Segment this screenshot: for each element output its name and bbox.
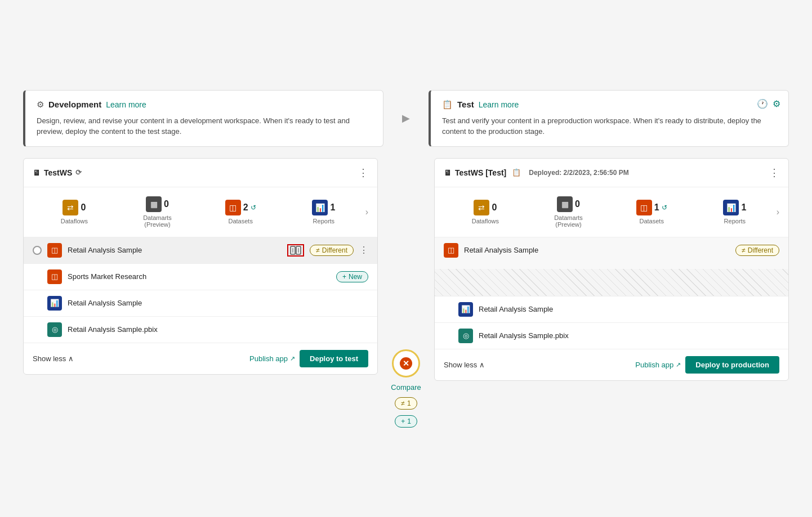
item-icon-pbix-right-1: ◎ xyxy=(458,329,473,343)
right-workspace-card: 🖥 TestWS [Test] 📋 Deployed: 2/2/2023, 2:… xyxy=(434,158,789,381)
right-item-name-3: Retail Analysis Sample.pbix xyxy=(479,331,779,340)
left-item-row-2[interactable]: ◫ Sports Market Research + New xyxy=(24,264,377,290)
dashed-overlay xyxy=(435,269,788,296)
right-show-less-button[interactable]: Show less ∧ xyxy=(444,361,485,369)
left-item-row-4[interactable]: ◎ Retail Analysis Sample.pbix xyxy=(24,317,377,343)
left-workspace-menu-button[interactable]: ⋮ xyxy=(358,167,368,179)
item-badge-different-1: ≠ Different xyxy=(310,245,354,256)
right-workspace-header: 🖥 TestWS [Test] 📋 Deployed: 2/2/2023, 2:… xyxy=(435,159,788,187)
item-badge-new-2: + New xyxy=(336,271,368,282)
right-workspace-name: TestWS [Test] xyxy=(455,168,506,177)
dev-learn-more-link[interactable]: Learn more xyxy=(106,100,146,109)
right-stats-next-arrow[interactable]: › xyxy=(777,207,779,217)
right-workspace-title: 🖥 TestWS [Test] 📋 Deployed: 2/2/2023, 2:… xyxy=(444,168,769,177)
test-icon: 📋 xyxy=(442,100,453,110)
right-stat-dataflows: ⇄ 0 Dataflows xyxy=(444,200,527,224)
right-stat-datamarts-count-row: ▦ 0 xyxy=(557,196,580,212)
right-stat-datamarts: ▦ 0 Datamarts(Preview) xyxy=(527,196,610,228)
compare-label[interactable]: Compare xyxy=(391,383,421,392)
compare-badge-new: + 1 xyxy=(395,415,417,428)
left-publish-app-button[interactable]: Publish app ↗ xyxy=(249,354,295,363)
compare-diff-count: 1 xyxy=(407,399,411,407)
test-card-header: 📋 Test Learn more xyxy=(442,100,777,110)
right-reports-count: 1 xyxy=(741,203,746,213)
test-card-body: Test and verify your content in a prepro… xyxy=(442,115,777,137)
right-workspace-menu-button[interactable]: ⋮ xyxy=(769,167,779,179)
left-stat-reports-count-row: 📊 1 xyxy=(312,200,335,215)
right-chevron-up-icon: ∧ xyxy=(479,361,485,369)
left-item-row-1[interactable]: ◫ Retail Analysis Sample ≠ Different xyxy=(24,237,377,264)
right-stat-dataflows-count-row: ⇄ 0 xyxy=(474,200,497,215)
right-publish-app-button[interactable]: Publish app ↗ xyxy=(635,361,681,369)
right-datasets-label: Datasets xyxy=(639,218,663,224)
left-workspace-title: 🖥 TestWS ⟳ xyxy=(33,168,358,177)
dev-card-body: Design, review, and revise your content … xyxy=(37,115,372,137)
external-link-icon-left: ↗ xyxy=(290,355,295,362)
left-workspace-header: 🖥 TestWS ⟳ ⋮ xyxy=(24,159,377,187)
test-card: 📋 Test Learn more Test and verify your c… xyxy=(429,90,789,147)
right-items-section: ◫ Retail Analysis Sample ≠ Different 📊 R… xyxy=(435,237,788,349)
right-show-less-label: Show less xyxy=(444,361,477,369)
dev-card-title: Development xyxy=(48,100,101,109)
left-stat-dataflows-count-row: ⇄ 0 xyxy=(63,200,86,215)
item-icon-report-right-1: 📊 xyxy=(458,302,473,317)
right-card-footer: Show less ∧ Publish app ↗ Deploy to prod… xyxy=(435,349,788,380)
compare-x-icon: ✕ xyxy=(400,357,412,370)
history-icon-btn[interactable]: 🕐 xyxy=(757,98,768,109)
compare-new-count: 1 xyxy=(407,417,411,425)
item-name-1: Retail Analysis Sample xyxy=(68,246,282,254)
right-item-row-1: ◫ Retail Analysis Sample ≠ Different xyxy=(435,237,788,296)
right-item-name-2: Retail Analysis Sample xyxy=(479,305,779,313)
left-stats-next-arrow[interactable]: › xyxy=(365,207,368,217)
right-reports-label: Reports xyxy=(724,218,746,224)
left-datamarts-count: 0 xyxy=(164,199,169,209)
dataflows-icon: ⇄ xyxy=(63,200,78,215)
right-different-icon-1: ≠ xyxy=(742,246,746,254)
refresh-icon: ⟳ xyxy=(75,168,82,177)
item-name-2: Sports Market Research xyxy=(68,272,331,281)
item-name-4: Retail Analysis Sample.pbix xyxy=(68,325,368,334)
left-workspace-name: TestWS xyxy=(44,168,72,177)
right-stat-datasets: ◫ 1 ↺ Datasets xyxy=(610,200,693,224)
item-more-button-1[interactable]: ⋮ xyxy=(359,245,368,255)
development-card: ⚙ Development Learn more Design, review,… xyxy=(23,90,383,147)
compare-new-icon: + xyxy=(401,417,405,425)
datamarts-icon-right: ▦ xyxy=(557,196,573,212)
dev-icon: ⚙ xyxy=(37,100,44,110)
item-name-3: Retail Analysis Sample xyxy=(68,299,368,307)
right-different-label-1: Different xyxy=(748,246,773,254)
item-radio-1[interactable] xyxy=(33,246,42,255)
item-icon-dataset-1: ◫ xyxy=(47,243,62,258)
left-card-footer: Show less ∧ Publish app ↗ Deploy to test xyxy=(24,343,377,374)
new-label: New xyxy=(349,273,362,281)
right-item-row-3[interactable]: ◎ Retail Analysis Sample.pbix xyxy=(435,323,788,349)
right-stat-datasets-count-row: ◫ 1 ↺ xyxy=(636,200,667,215)
external-link-icon-right: ↗ xyxy=(676,361,681,368)
item-icon-pbix-1: ◎ xyxy=(47,322,62,337)
dataflows-icon-right: ⇄ xyxy=(474,200,489,215)
arrow-connector: ▶ xyxy=(395,90,417,147)
left-stats-row: ⇄ 0 Dataflows ▦ 0 Datamarts(Preview) ◫ 2 xyxy=(24,187,377,237)
item-icon-report-1: 📊 xyxy=(47,296,62,311)
test-learn-more-link[interactable]: Learn more xyxy=(479,100,519,109)
right-item-name-1: Retail Analysis Sample xyxy=(464,246,730,254)
left-items-section: ◫ Retail Analysis Sample ≠ Different xyxy=(24,237,377,343)
compare-badge-diff: ≠ 1 xyxy=(395,397,417,410)
right-datamarts-label: Datamarts(Preview) xyxy=(554,214,583,228)
chevron-up-icon: ∧ xyxy=(68,354,74,363)
compare-button-box[interactable] xyxy=(287,244,304,257)
settings-icon-btn[interactable]: ⚙ xyxy=(773,98,780,109)
datasets-refresh-icon[interactable]: ↺ xyxy=(251,204,256,212)
right-deploy-button[interactable]: Deploy to production xyxy=(685,356,779,374)
left-item-row-3[interactable]: 📊 Retail Analysis Sample xyxy=(24,290,377,317)
right-stat-reports: 📊 1 Reports xyxy=(693,200,777,224)
left-show-less-button[interactable]: Show less ∧ xyxy=(33,354,74,363)
right-item-row-2[interactable]: 📊 Retail Analysis Sample xyxy=(435,296,788,323)
datasets-icon-right: ◫ xyxy=(636,200,652,215)
right-datasets-refresh-icon[interactable]: ↺ xyxy=(662,204,667,212)
right-item-row-1-content[interactable]: ◫ Retail Analysis Sample ≠ Different xyxy=(435,237,788,263)
right-stat-reports-count-row: 📊 1 xyxy=(723,200,746,215)
right-publish-app-label: Publish app xyxy=(635,361,673,369)
dev-card-header: ⚙ Development Learn more xyxy=(37,100,372,110)
left-deploy-button[interactable]: Deploy to test xyxy=(300,350,368,367)
